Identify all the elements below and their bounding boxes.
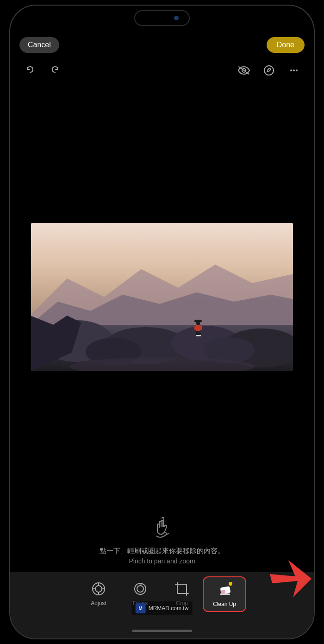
crop-icon [173,580,191,598]
home-bar [132,630,192,632]
gesture-icon [153,517,171,543]
filters-icon [131,580,149,598]
cleanup-label: Clean Up [213,601,236,607]
photo-container [10,218,314,376]
svg-rect-27 [199,335,201,336]
svg-rect-38 [220,593,230,595]
camera-dot [174,16,179,20]
toolbar-left-group [22,62,63,79]
instruction-area: 點一下、輕刷或圈起來你要移除的內容。 Pinch to pan and zoom [10,512,314,572]
spacer-middle [10,376,314,512]
svg-point-4 [293,69,295,71]
phone-frame: Cancel Done [9,5,315,639]
svg-point-35 [137,586,143,592]
visibility-toggle-button[interactable] [236,62,252,79]
watermark-logo: M [136,603,146,613]
adjust-label: Adjust [91,600,106,606]
spacer-top [10,82,314,218]
watermark-text: MRMAD.com.tw [149,605,189,612]
svg-point-29 [95,586,102,592]
phone-screen: Cancel Done [10,6,314,638]
svg-rect-24 [196,331,198,335]
svg-point-20 [196,322,200,325]
active-dot [229,582,232,586]
redo-button[interactable] [47,62,63,79]
dynamic-island [134,10,190,26]
photo[interactable] [31,223,293,371]
top-bar: Cancel Done [10,31,314,59]
more-options-button[interactable] [286,62,302,79]
done-button[interactable]: Done [267,37,305,53]
watermark: M MRMAD.com.tw [132,601,193,615]
svg-rect-21 [196,325,200,331]
tool-adjust[interactable]: Adjust [78,576,119,610]
svg-point-3 [290,69,292,71]
tool-cleanup[interactable]: Clean Up [203,576,246,612]
home-indicator [10,623,314,638]
cleanup-icon [216,581,233,599]
svg-rect-26 [196,335,199,336]
red-arrow-annotation [270,560,312,597]
svg-marker-39 [270,560,312,597]
svg-point-5 [296,69,298,71]
toolbar-right-group [236,62,302,79]
undo-button[interactable] [22,62,38,79]
svg-rect-22 [194,326,196,330]
editing-toolbar [10,59,314,82]
svg-rect-25 [199,331,200,335]
adjust-icon [90,580,107,598]
svg-rect-23 [200,326,202,330]
cancel-button[interactable]: Cancel [19,37,59,53]
status-bar [10,6,314,31]
instruction-text-chinese: 點一下、輕刷或圈起來你要移除的內容。 [100,547,224,556]
markup-button[interactable] [261,62,277,79]
instruction-text-english: Pinch to pan and zoom [129,557,195,565]
